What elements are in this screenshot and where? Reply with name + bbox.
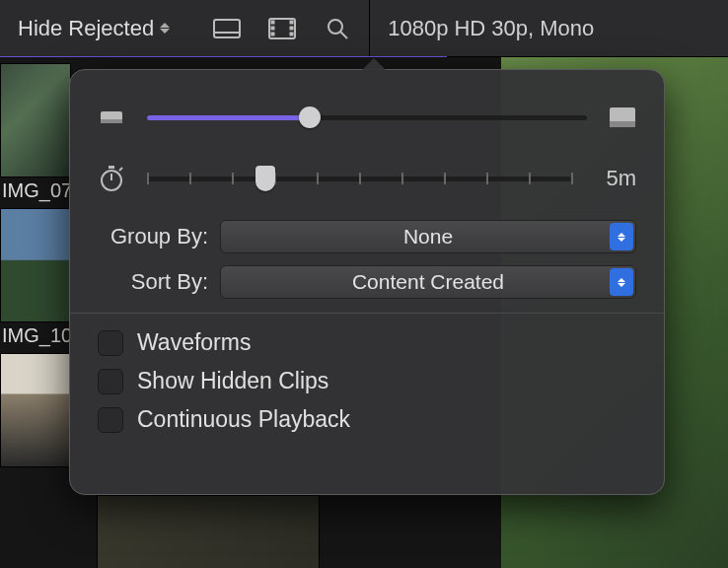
- viewer-format-label: 1080p HD 30p, Mono: [388, 16, 594, 41]
- checkbox-icon: [98, 369, 123, 394]
- svg-rect-12: [101, 119, 122, 123]
- popover-arrow-icon: [362, 58, 386, 70]
- clip-height-slider[interactable]: [147, 103, 587, 132]
- clip-filter-dropdown[interactable]: Hide Rejected: [10, 12, 182, 45]
- svg-rect-8: [290, 33, 293, 36]
- show-hidden-checkbox-row[interactable]: Show Hidden Clips: [98, 368, 636, 394]
- clip-appearance-popover: 5m Group By: None Sort By: Content Creat…: [69, 69, 665, 495]
- svg-rect-6: [290, 21, 293, 24]
- svg-rect-17: [109, 166, 114, 169]
- clip-filter-label: Hide Rejected: [18, 16, 154, 41]
- filmstrip-view-icon[interactable]: [268, 18, 296, 39]
- select-stepper-icon: [610, 223, 633, 250]
- clip-thumbnail: [0, 208, 71, 322]
- small-filmstrip-icon: [98, 106, 125, 128]
- clip-label: IMG_10: [0, 324, 77, 347]
- clip-label: IMG_07: [0, 179, 77, 202]
- stopwatch-icon: [98, 168, 125, 189]
- svg-rect-7: [290, 27, 293, 30]
- list-view-icon[interactable]: [213, 18, 241, 39]
- continuous-playback-checkbox-row[interactable]: Continuous Playback: [98, 406, 636, 433]
- svg-line-18: [119, 168, 122, 171]
- clip-thumbnail: [0, 353, 71, 467]
- svg-rect-14: [610, 121, 635, 127]
- checkbox-icon: [98, 407, 123, 433]
- clip-thumbnail[interactable]: [97, 495, 320, 568]
- show-hidden-label: Show Hidden Clips: [137, 368, 328, 394]
- svg-rect-4: [271, 27, 274, 30]
- search-icon[interactable]: [324, 18, 351, 39]
- group-by-label: Group By:: [98, 224, 208, 249]
- svg-rect-3: [271, 21, 274, 24]
- sort-by-select[interactable]: Content Created: [220, 265, 636, 299]
- clip-thumbnail: [0, 63, 71, 178]
- waveforms-label: Waveforms: [137, 329, 251, 356]
- continuous-playback-label: Continuous Playback: [137, 406, 350, 433]
- svg-rect-5: [271, 33, 274, 36]
- svg-line-10: [340, 32, 347, 38]
- browser-toolbar: Hide Rejected 1080p HD 30p, Mono: [0, 0, 728, 57]
- svg-rect-0: [214, 20, 240, 37]
- sort-by-value: Content Created: [352, 270, 504, 294]
- updown-icon: [160, 19, 174, 38]
- group-by-select[interactable]: None: [220, 220, 636, 253]
- group-by-value: None: [403, 225, 453, 248]
- svg-point-9: [328, 20, 342, 34]
- select-stepper-icon: [610, 268, 633, 296]
- checkbox-icon: [98, 330, 123, 356]
- toolbar-divider: [369, 0, 370, 57]
- large-filmstrip-icon: [609, 106, 636, 128]
- duration-value-label: 5m: [593, 166, 636, 191]
- popover-divider: [70, 313, 664, 314]
- sort-by-label: Sort By:: [98, 269, 208, 295]
- waveforms-checkbox-row[interactable]: Waveforms: [98, 329, 636, 356]
- duration-slider[interactable]: [147, 164, 571, 193]
